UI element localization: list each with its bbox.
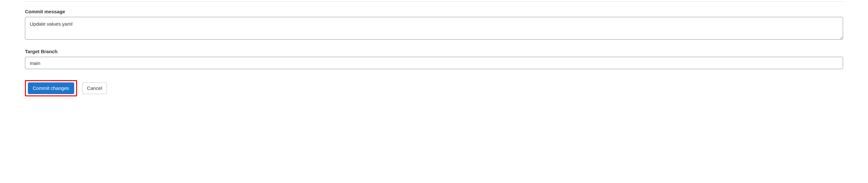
target-branch-label: Target Branch: [25, 49, 843, 54]
target-branch-input[interactable]: [25, 57, 843, 69]
commit-message-input[interactable]: Update values.yaml: [25, 17, 843, 40]
divider: [25, 1, 843, 2]
commit-changes-button[interactable]: Commit changes: [28, 82, 74, 94]
commit-button-highlight: Commit changes: [25, 80, 77, 96]
cancel-button[interactable]: Cancel: [82, 82, 107, 94]
commit-message-label: Commit message: [25, 9, 843, 14]
commit-message-field-group: Commit message Update values.yaml: [25, 9, 843, 41]
target-branch-field-group: Target Branch: [25, 49, 843, 69]
action-button-row: Commit changes Cancel: [25, 80, 843, 96]
